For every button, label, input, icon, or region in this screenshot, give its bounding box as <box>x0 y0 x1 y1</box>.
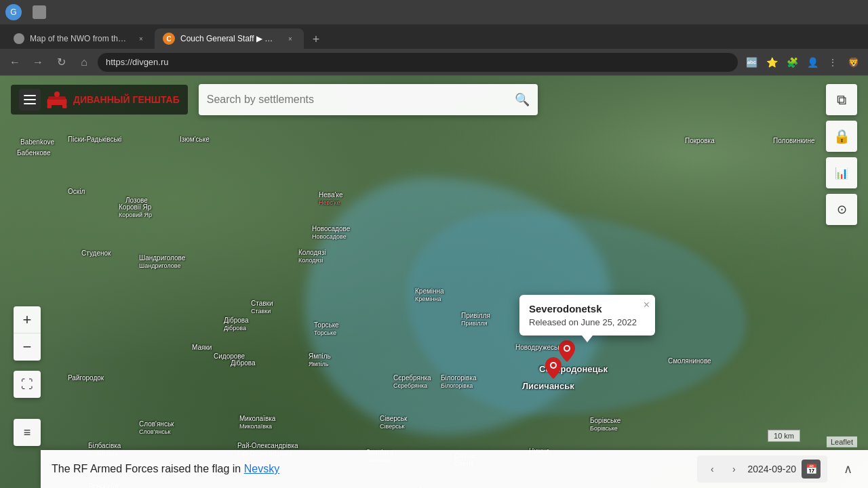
copy-button[interactable]: ⧉ <box>826 84 857 115</box>
forward-button[interactable]: → <box>28 53 47 72</box>
hamburger-line-1 <box>24 95 36 96</box>
translate-icon[interactable]: 🔤 <box>742 53 761 72</box>
search-input[interactable] <box>207 94 509 106</box>
target-button[interactable]: ⊙ <box>826 194 857 225</box>
hamburger-button[interactable] <box>19 89 41 110</box>
new-tab-button[interactable]: + <box>307 30 326 49</box>
chart-button[interactable]: 📊 <box>826 157 857 188</box>
home-button[interactable]: ⌂ <box>75 53 94 72</box>
profile-icon[interactable]: 👤 <box>803 53 822 72</box>
map-container[interactable]: Babenkove Піски-Радьківські Ізюм'ське По… <box>0 76 868 488</box>
tooltip-close-button[interactable]: × <box>644 299 650 311</box>
fullscreen-button[interactable]: ⛶ <box>14 371 41 398</box>
bottom-date-area: ‹ › 2024-09-20 📅 <box>697 455 827 483</box>
zoom-out-button[interactable]: − <box>14 333 41 361</box>
hamburger-line-2 <box>24 99 36 100</box>
url-text: https://divgen.ru <box>106 57 169 67</box>
layers-button[interactable]: ≡ <box>14 419 41 446</box>
logo-icon <box>46 89 68 110</box>
calendar-icon: 📅 <box>806 464 817 474</box>
tooltip-date: Released on June 25, 2022 <box>529 317 646 327</box>
lock-button[interactable]: 🔒 <box>826 121 857 152</box>
profile-avatar: G <box>5 4 22 20</box>
tab-2-close[interactable]: × <box>285 33 296 44</box>
copy-icon: ⧉ <box>837 92 846 108</box>
window-controls: G <box>5 4 22 20</box>
svg-point-3 <box>551 363 555 367</box>
logo-text: ДИВАННЫЙ ГЕНШТАБ <box>73 94 180 105</box>
address-bar[interactable]: https://divgen.ru <box>98 53 738 72</box>
right-panel: ⧉ 🔒 📊 ⊙ <box>826 84 857 225</box>
svg-point-1 <box>565 346 569 350</box>
tab-1-favicon <box>14 33 24 44</box>
date-prev-button[interactable]: ‹ <box>704 461 720 477</box>
tooltip-popup: × Severodonetsk Released on June 25, 202… <box>519 295 655 336</box>
lock-icon: 🔒 <box>833 128 850 144</box>
tab-1-title: Map of the NWO from the chan... <box>30 34 130 43</box>
svg-rect-9 <box>62 104 66 108</box>
toolbar-icons: 🔤 ⭐ 🧩 👤 ⋮ 🦁 <box>742 53 863 72</box>
title-bar: G <box>0 0 868 24</box>
logo-area: ДИВАННЫЙ ГЕНШТАБ <box>11 85 188 115</box>
reload-button[interactable]: ↻ <box>52 53 71 72</box>
browser-chrome: G Map of the NWO from the chan... × C Co… <box>0 0 868 76</box>
extensions-icon[interactable]: 🧩 <box>783 53 802 72</box>
calendar-button[interactable]: 📅 <box>802 460 821 479</box>
brave-icon[interactable]: 🦁 <box>844 53 863 72</box>
zoom-controls: + − <box>14 306 41 361</box>
back-button[interactable]: ← <box>5 53 24 72</box>
leaflet-attribution[interactable]: Leaflet <box>827 436 857 447</box>
collapse-button[interactable]: ∧ <box>838 460 857 479</box>
bottom-news-text: The RF Armed Forces raised the flag in N… <box>52 463 686 475</box>
browser-icon <box>33 5 46 19</box>
bottom-news-link[interactable]: Nevsky <box>244 463 279 474</box>
search-bar: 🔍 <box>199 84 538 115</box>
tab-bar: Map of the NWO from the chan... × C Couc… <box>0 24 868 49</box>
bottom-bar: The RF Armed Forces raised the flag in N… <box>41 450 868 488</box>
bookmark-icon[interactable]: ⭐ <box>762 53 781 72</box>
svg-point-10 <box>54 92 60 97</box>
tab-1-close[interactable]: × <box>136 33 146 44</box>
date-value: 2024-09-20 <box>747 464 796 474</box>
layers-icon: ≡ <box>24 426 31 440</box>
chart-icon: 📊 <box>835 167 848 180</box>
target-icon: ⊙ <box>837 202 847 217</box>
tab-1[interactable]: Map of the NWO from the chan... × <box>5 28 155 49</box>
address-bar-row: ← → ↻ ⌂ https://divgen.ru 🔤 ⭐ 🧩 👤 ⋮ 🦁 <box>0 49 868 76</box>
scale-indicator: 10 km <box>768 430 800 442</box>
search-icon: 🔍 <box>515 92 530 107</box>
zoom-in-button[interactable]: + <box>14 306 41 333</box>
marker-lysychansk[interactable] <box>545 357 561 382</box>
tab-2-title: Couch General Staff ▶ Map of t... <box>180 34 279 43</box>
hamburger-line-3 <box>24 103 36 104</box>
svg-rect-8 <box>47 104 52 108</box>
more-icon[interactable]: ⋮ <box>823 53 842 72</box>
date-next-button[interactable]: › <box>726 461 742 477</box>
fullscreen-icon: ⛶ <box>21 378 33 392</box>
tab-2-favicon: C <box>163 33 175 45</box>
tooltip-title: Severodonetsk <box>529 303 646 314</box>
tab-2[interactable]: C Couch General Staff ▶ Map of t... × <box>155 28 304 49</box>
map-header: ДИВАННЫЙ ГЕНШТАБ 🔍 <box>0 84 868 115</box>
